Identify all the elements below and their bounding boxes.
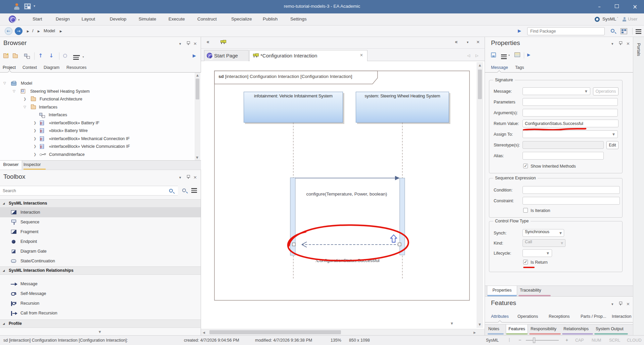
parameters-input[interactable] (523, 98, 618, 106)
pin-icon[interactable] (619, 41, 622, 45)
canvas-vscrollbar[interactable]: ▲ ▼ (477, 62, 483, 328)
edit-button[interactable]: Edit (606, 141, 618, 149)
menu-icon[interactable] (636, 29, 641, 30)
dock-tab-responsibility[interactable]: Responsibility (531, 327, 556, 331)
toolbox-item-state-continuation[interactable]: State/Continuation (0, 256, 201, 266)
message-return-label[interactable]: :ConfigurationStatus.Successful (287, 258, 408, 263)
is-return-checkbox[interactable] (523, 260, 528, 264)
tree-row-model[interactable]: ▽Model (0, 80, 195, 88)
tab-configuration-interaction[interactable]: *Configuration Interaction × (249, 50, 367, 61)
portals-label[interactable]: Portals (636, 43, 641, 56)
menu-execute[interactable]: Execute (168, 16, 185, 21)
show-inherited-checkbox[interactable] (523, 164, 528, 168)
operations-button[interactable]: Operations (593, 87, 618, 95)
message-combo[interactable] (523, 87, 590, 95)
dock-tab-features[interactable]: Features (506, 325, 528, 334)
forward-icon[interactable]: ▶ (527, 52, 530, 57)
tree-row-functional-architecture[interactable]: ❯Functional Architecture (0, 96, 195, 103)
image-icon[interactable] (514, 52, 520, 57)
close-icon[interactable]: × (626, 301, 630, 306)
zoom-out-button[interactable]: − (518, 337, 521, 343)
toolbox-item-diagram-gate[interactable]: Diagram Gate (0, 247, 201, 256)
back-button[interactable]: ← (5, 27, 12, 35)
tree-row-interfaces-package[interactable]: ▽Interfaces (0, 104, 195, 112)
search-icon[interactable] (611, 29, 614, 33)
save-icon[interactable] (491, 52, 496, 57)
collapse-right-icon[interactable]: « (455, 39, 458, 45)
browser-tab-diagram[interactable]: Diagram (44, 65, 59, 70)
expand-icon[interactable]: ▼ (451, 322, 453, 325)
forward-button[interactable]: → (15, 27, 22, 35)
lifeline-infotainment[interactable]: infotainment: Vehicle Infotainment Syste… (244, 92, 343, 123)
tree-row-battery-if[interactable]: ❯«interfaceBlock» Battery IF (0, 120, 195, 127)
minimize-button[interactable]: – (592, 0, 607, 13)
panel-dropdown-icon[interactable]: ▾ (611, 42, 613, 46)
toolbox-item-endpoint[interactable]: Endpoint (0, 237, 201, 247)
zoom-slider-track[interactable] (526, 340, 559, 341)
menu-start[interactable]: Start (33, 16, 42, 21)
toolbox-section-sysml-interactions[interactable]: ◢ SysML Interactions (0, 199, 201, 208)
menu-layout[interactable]: Layout (82, 16, 95, 21)
toolbox-item-interaction[interactable]: Interaction (0, 208, 201, 217)
menu-develop[interactable]: Develop (110, 16, 127, 21)
close-icon[interactable]: × (626, 41, 630, 46)
new-diagram-icon[interactable] (24, 54, 30, 58)
menu-design[interactable]: Design (56, 16, 70, 21)
tab-browser[interactable]: Browser (0, 161, 22, 170)
message-configure-label[interactable]: configure(Temperature, Power, boolean) (286, 191, 407, 197)
link-icon[interactable] (63, 54, 67, 58)
move-down-icon[interactable]: ↓ (49, 52, 53, 59)
tab-list-icon[interactable]: ▾ (467, 40, 468, 44)
properties-tab-message[interactable]: Message (491, 65, 508, 70)
caret-down-icon[interactable]: ▾ (83, 55, 84, 58)
menu-construct[interactable]: Construct (197, 16, 217, 21)
menu-settings[interactable]: Settings (290, 16, 307, 21)
dropdown-icon[interactable]: ▼ (547, 252, 549, 255)
browser-scrollbar[interactable]: ▲ ▼ (195, 73, 200, 160)
package-icon[interactable] (13, 54, 18, 58)
constraint-input[interactable] (523, 197, 620, 205)
tab-properties[interactable]: Properties (487, 286, 517, 295)
tree-row-interfaces-diagram[interactable]: Interfaces (0, 112, 195, 119)
toolbox-section-sysml-interaction-relationships[interactable]: ◢ SysML Interaction Relationships (0, 266, 201, 275)
browser-forward-icon[interactable]: ▶ (193, 53, 196, 58)
collapse-left-icon[interactable]: « (206, 39, 209, 45)
kind-combo[interactable]: Call (523, 239, 565, 247)
browser-tab-context[interactable]: Context (22, 65, 37, 70)
sequence-diagram-icon[interactable] (220, 40, 226, 44)
tree-row-command-interface[interactable]: ❯CommandInterface (0, 151, 195, 159)
menu-publish[interactable]: Publish (263, 16, 278, 21)
new-package-icon[interactable] (3, 54, 8, 58)
tree-row-mechanical-connection-if[interactable]: ❯«interfaceBlock» Mechanical Connection … (0, 135, 195, 143)
canvas-hscrollbar[interactable]: ◀ ▶ (201, 329, 485, 335)
features-tab-interaction-points[interactable]: Interaction P... (612, 314, 632, 319)
toolbox-item-fragment[interactable]: Fragment (0, 227, 201, 237)
return-value-input[interactable] (523, 120, 618, 127)
close-button[interactable]: × (627, 0, 643, 13)
pin-icon[interactable] (187, 41, 190, 45)
dropdown-icon[interactable]: ▼ (585, 90, 587, 93)
tab-traceability[interactable]: Traceability (520, 288, 541, 293)
dock-tab-notes[interactable]: Notes (488, 327, 499, 331)
move-up-icon[interactable]: ↑ (38, 52, 43, 59)
ea-logo-caret-icon[interactable]: ▾ (18, 18, 20, 21)
tree-row-battery-wire[interactable]: ❯«block» Battery Wire (0, 127, 195, 135)
menu-simulate[interactable]: Simulate (139, 16, 156, 21)
caret-down-icon[interactable]: ▾ (508, 54, 510, 57)
dropdown-icon[interactable]: ▼ (612, 133, 615, 136)
panel-dropdown-icon[interactable]: ▾ (179, 42, 181, 46)
browser-tab-project[interactable]: Project (3, 65, 16, 70)
features-tab-parts-properties[interactable]: Parts / Prop... (581, 314, 606, 319)
breadcrumb[interactable]: Model (44, 29, 55, 33)
tab-start-page[interactable]: Start Page (204, 50, 249, 61)
toolbox-item-self-message[interactable]: Self-Message (0, 289, 201, 299)
user-selector[interactable]: User (628, 16, 638, 21)
toolbox-item-sequence[interactable]: Sequence (0, 217, 201, 227)
zoom-slider-thumb[interactable] (533, 338, 535, 343)
lifeline-system[interactable]: system: Steering Wheel Heating System (356, 92, 449, 123)
synch-combo[interactable]: Synchronous (523, 229, 564, 237)
is-iteration-checkbox[interactable] (523, 208, 528, 213)
arguments-input[interactable] (523, 109, 618, 117)
panel-dropdown-icon[interactable]: ▾ (179, 175, 181, 180)
browser-tab-resources[interactable]: Resources (66, 65, 87, 70)
